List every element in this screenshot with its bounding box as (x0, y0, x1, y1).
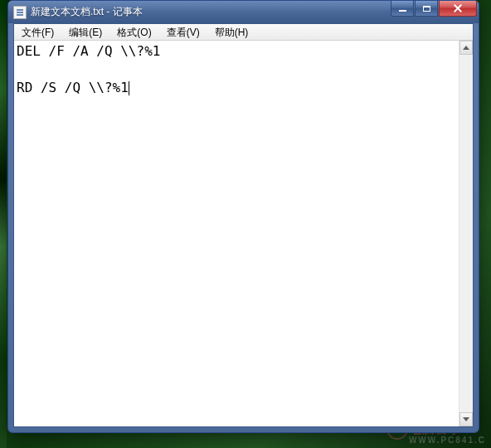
menu-file[interactable]: 文件(F) (14, 24, 61, 40)
menu-format[interactable]: 格式(O) (109, 24, 158, 40)
minimize-icon (399, 10, 406, 12)
scroll-track[interactable] (459, 55, 473, 412)
editor-wrap: DEL /F /A /Q \\?%1 RD /S /Q \\?%1 (14, 41, 473, 426)
scroll-up-button[interactable] (459, 41, 473, 55)
editor-line-1: DEL /F /A /Q \\?%1 (17, 43, 160, 59)
watermark-en: WWW.PC841.C (409, 436, 486, 445)
menubar: 文件(F) 编辑(E) 格式(O) 查看(V) 帮助(H) (14, 24, 473, 41)
menu-help[interactable]: 帮助(H) (207, 24, 256, 40)
desktop-strip (0, 0, 7, 448)
notepad-icon (13, 6, 27, 19)
text-caret (129, 81, 129, 95)
chevron-down-icon (463, 417, 469, 421)
window-inner: 文件(F) 编辑(E) 格式(O) 查看(V) 帮助(H) DEL /F /A … (13, 23, 474, 427)
maximize-icon (423, 6, 430, 12)
editor-line-2: RD /S /Q \\?%1 (17, 80, 129, 95)
titlebar[interactable]: 新建文本文档.txt - 记事本 (8, 1, 479, 23)
window-controls (390, 1, 477, 17)
vertical-scrollbar[interactable] (459, 41, 473, 426)
maximize-button[interactable] (415, 1, 438, 17)
close-button[interactable] (439, 1, 477, 17)
chevron-up-icon (463, 46, 469, 50)
minimize-button[interactable] (391, 1, 414, 17)
menu-edit[interactable]: 编辑(E) (61, 24, 109, 40)
notepad-window: 新建文本文档.txt - 记事本 文件(F) 编辑(E) 格式(O) 查看(V)… (7, 0, 479, 433)
menu-view[interactable]: 查看(V) (159, 24, 207, 40)
window-title: 新建文本文档.txt - 记事本 (31, 5, 390, 19)
scroll-down-button[interactable] (459, 412, 473, 426)
close-icon (453, 3, 463, 13)
text-editor[interactable]: DEL /F /A /Q \\?%1 RD /S /Q \\?%1 (14, 41, 459, 426)
